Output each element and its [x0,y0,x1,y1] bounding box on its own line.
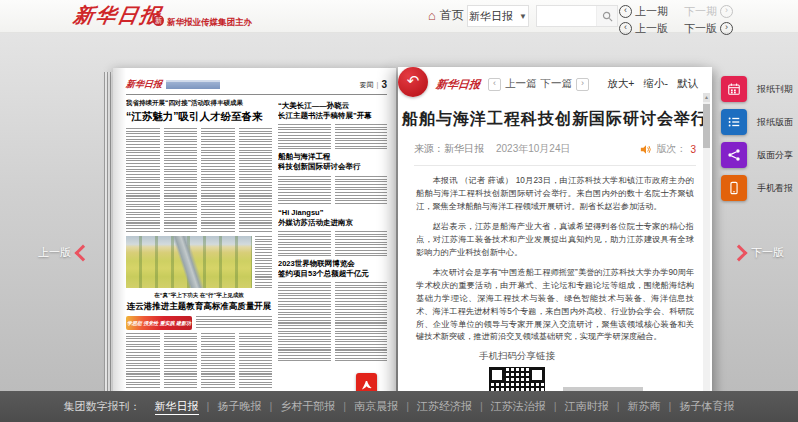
next-page-side-button[interactable]: 下一版 [733,245,784,260]
edition-label: 版次： [656,142,686,156]
sidebar-item-pages[interactable]: 报纸版面 [721,109,793,135]
headline-main[interactable]: “江苏魅力”吸引人才纷至沓来 [126,110,272,124]
photo-row [126,236,272,288]
home-label: 首页 [440,7,464,24]
paper-select-value: 新华日报 [469,9,513,24]
fake-text-column [126,333,160,389]
scrollbar-up-button[interactable]: ▲ [703,93,710,102]
footer-paper-link[interactable]: 江南时报 [565,399,628,414]
fake-text-column [196,316,272,330]
footer-paper-link[interactable]: 新华日报 [155,399,218,414]
next-article-icon[interactable]: › [576,78,589,91]
headline-right-4[interactable]: 2023世界物联网博览会 签约项目53个总额超千亿元 [278,259,387,279]
digital-newspaper-app: 新华日报 新 新华报业传媒集团主办 ⌂ 首页 新华日报 ▼ ‹ 上一期 [0,0,798,422]
prev-page-side-button[interactable]: 上一版 [38,245,89,260]
headline-line: 科技创新国际研讨会举行 [278,162,387,172]
paper-select[interactable]: 新华日报 ▼ [467,5,529,27]
headline-line: “大美长江——孙晓云 [278,101,387,111]
circle-left-arrow-icon: ‹ [619,5,632,18]
text-columns [278,231,387,257]
tool-sidebar: 报纸刊期 报纸版面 版面分享 手机看报 [721,76,793,208]
headline-right-3[interactable]: “Hi Jiangsu” 外媒访苏活动走进南京 [278,208,387,228]
footer-paper-link[interactable]: 新苏商 [628,399,680,414]
footer-paper-label: 扬子体育报 [679,400,734,414]
sidebar-item-share[interactable]: 版面分享 [721,142,793,168]
fake-text-column [201,128,235,232]
fake-text-column [278,231,331,257]
photo-caption-column [255,236,272,288]
zoom-out-button[interactable]: 缩小- [644,77,669,91]
article-date: 2023年10月24日 [496,142,571,156]
fake-text-column [335,176,388,206]
prev-article-button[interactable]: 上一篇 [505,77,537,91]
fake-text-column [239,333,273,389]
chevron-down-icon: ▼ [519,12,527,21]
article-panel: ↶ 新华日报 ‹ 上一篇 下一篇 › 放大+ 缩小- 默认 船舶与海洋工程科技创… [398,67,712,410]
prev-issue-button[interactable]: ‹ 上一期 [619,4,668,19]
prev-article-icon[interactable]: ‹ [488,78,501,91]
newspaper-right-column: “大美长江——孙晓云 长江主题书法手稿特展”开幕 船舶与海洋工程 科技创新国际研… [278,99,387,389]
prev-issue-label: 上一期 [635,4,668,19]
headline-line: 长江主题书法手稿特展”开幕 [278,111,387,121]
headline-right-2-selected[interactable]: 船舶与海洋工程 科技创新国际研讨会举行 [278,152,387,172]
next-issue-button[interactable]: 下一期 › [684,4,733,19]
zoom-reset-button[interactable]: 默认 [677,77,698,91]
footer-paper-label: 江南时报 [565,400,609,414]
kicker-top: 我省持续开展“四对接”活动取得丰硕成果 [126,99,272,108]
return-arrow-icon: ↶ [407,72,420,89]
publisher-line: 新华报业传媒集团主办 [167,17,252,29]
newspaper-page-thumbnail[interactable]: 新华日报 要闻 | 3 我省持续开展“四对接”活动取得丰硕成果 “江苏魅力”吸引… [113,68,396,414]
newspaper-section-pageno: 要闻 | 3 [360,79,387,90]
footer-bar: 集团数字报刊： 新华日报 扬子晚报 乡村干部报 南京晨报 江苏经济报 江苏法治报… [0,391,798,422]
headline-right-1[interactable]: “大美长江——孙晓云 长江主题书法手稿特展”开幕 [278,101,387,121]
fake-text-column [201,333,235,389]
search-box [536,5,618,27]
top-header: 新华日报 新 新华报业传媒集团主办 ⌂ 首页 新华日报 ▼ ‹ 上一期 [0,0,798,33]
article-title: 船舶与海洋工程科技创新国际研讨会举行 [398,109,712,130]
next-article-button[interactable]: 下一篇 [541,77,573,91]
masthead-logo: 新华日报 [72,2,165,29]
footer-paper-label: 新苏商 [628,400,661,414]
newspaper-masthead-logo: 新华日报 [125,78,162,91]
search-icon [602,11,613,22]
edition-number: 3 [690,144,696,155]
footer-paper-link[interactable]: 江苏法治报 [491,399,565,414]
reading-stage: 上一版 下一版 新华日报 要闻 | 3 我省持续开展“四对接” [0,32,798,391]
next-issue-label: 下一期 [684,4,717,19]
share-icon [721,142,747,168]
search-input[interactable] [537,6,596,26]
footer-paper-link[interactable]: 江苏经济报 [417,399,491,414]
back-button[interactable]: ↶ [398,67,428,97]
footer-paper-link[interactable]: 扬子体育报 [679,399,734,414]
text-columns [278,124,387,150]
issue-page-nav: ‹ 上一期 下一期 › ‹ 上一版 下一版 › [619,4,733,36]
footer-paper-label: 江苏经济报 [417,400,472,414]
article-paragraph: 本报讯 （记者 薛诚） 10月23日，由江苏科技大学和镇江市政府主办的船舶与海洋… [416,175,694,214]
zoom-in-button[interactable]: 放大+ [607,77,634,91]
qr-caption: 手机扫码分享链接 [442,350,592,363]
fake-text-column [239,128,273,232]
search-button[interactable] [596,6,617,26]
text-columns [126,333,272,389]
kicker-bottom: 在“真”字上下功夫 在“行”字上见成效 [126,292,272,299]
sidebar-item-label: 报纸版面 [757,116,793,129]
source-value: 新华日报 [444,143,484,154]
circle-right-arrow-icon: › [720,5,733,18]
article-logo: 新华日报 [435,77,481,92]
footer-paper-link[interactable]: 扬子晚报 [217,399,280,414]
circle-right-arrow-icon: › [720,22,733,35]
masthead-rule [126,94,387,95]
footer-paper-link[interactable]: 南京晨报 [354,399,417,414]
headline-bottom[interactable]: 连云港推进主题教育高标准高质量开展 [126,301,272,313]
fake-text-column [335,231,388,257]
sidebar-item-issues[interactable]: 报纸刊期 [721,76,793,102]
sidebar-item-mobile[interactable]: 手机看报 [721,175,793,201]
text-columns [278,282,387,362]
fake-text-column [278,282,331,362]
footer-paper-link[interactable]: 乡村干部报 [280,399,354,414]
prev-page-button[interactable]: ‹ 上一版 [619,21,668,36]
scrollbar-thumb[interactable] [703,104,710,148]
next-page-button[interactable]: 下一版 › [684,21,733,36]
home-link[interactable]: ⌂ 首页 [428,7,464,24]
speaker-icon[interactable] [640,144,652,155]
